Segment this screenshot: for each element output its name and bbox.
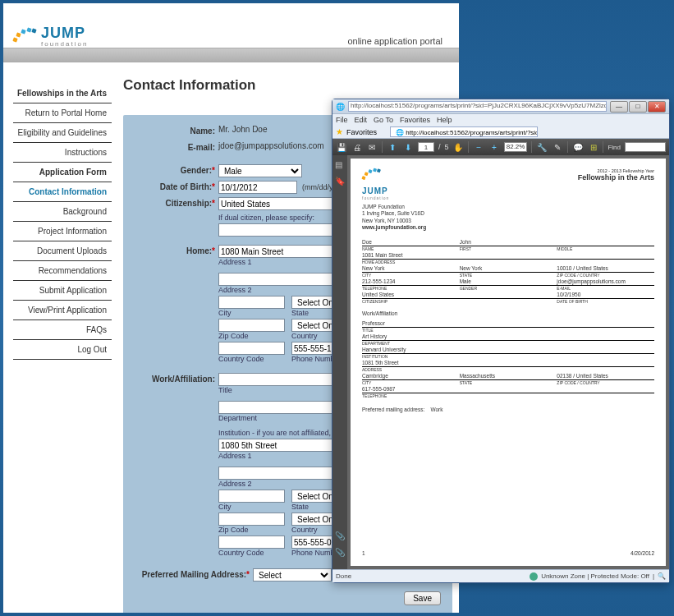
doc-pref-val: Work [430, 407, 442, 412]
status-done: Done [336, 572, 351, 580]
ie-statusbar: Done Unknown Zone | Protected Mode: Off … [332, 569, 669, 582]
hand-icon[interactable]: ✋ [452, 141, 464, 154]
close-button[interactable]: ✕ [648, 101, 666, 113]
ie-titlebar[interactable]: 🌐 http://localhost:51562/programs/arts/p… [332, 99, 669, 114]
pdf-sidebar: ▤ 🔖 📎 📎 [332, 155, 347, 569]
zoom-in-icon[interactable]: + [488, 141, 500, 154]
email-label: E-mail: [130, 141, 218, 152]
doc-page-no: 1 [362, 550, 365, 556]
menu-goto[interactable]: Go To [374, 116, 393, 124]
doc-pref-label: Preferred mailing address: [362, 407, 424, 412]
pdf-find-label: Find [608, 144, 621, 151]
zoom-out-icon[interactable]: − [473, 141, 484, 154]
favorites-star-icon[interactable]: ★ [336, 127, 343, 136]
doc-first: John [460, 239, 557, 245]
sidebar: Fellowships in the Arts Return to Portal… [3, 62, 112, 613]
sidebar-item-application-form[interactable]: Application Form [13, 163, 112, 182]
page-title: Contact Information [123, 77, 452, 94]
w-zip-sublabel: Zip Code [218, 526, 285, 534]
doc-org-web: www.jumpfoundation.org [362, 224, 654, 231]
logo-subtext: foundation [41, 40, 88, 48]
portal-tagline: online application portal [347, 36, 449, 48]
portal-header: JUMP foundation online application porta… [3, 3, 459, 48]
city-sublabel: City [218, 309, 285, 317]
doc-logo-icon [362, 168, 380, 183]
tools-icon[interactable]: 🔧 [536, 141, 548, 154]
attachments-icon[interactable]: 📎 [335, 548, 345, 558]
sidebar-item-faqs[interactable]: FAQs [13, 320, 112, 340]
page-up-icon[interactable]: ⬆ [387, 141, 398, 154]
status-zone: Unknown Zone | Protected Mode: Off [541, 572, 649, 580]
favorites-label[interactable]: Favorites [346, 128, 377, 136]
page-down-icon[interactable]: ⬇ [402, 141, 414, 154]
pdf-page-area[interactable]: JUMP foundation 2012 - 2013 Fellowship Y… [347, 155, 669, 569]
pdf-page: JUMP foundation 2012 - 2013 Fellowship Y… [351, 159, 666, 566]
pdf-find-input[interactable] [625, 142, 666, 152]
ie-menubar: File Edit Go To Favorites Help [332, 114, 669, 126]
work-cc-input[interactable] [218, 536, 285, 549]
sidebar-item-program[interactable]: Fellowships in the Arts [13, 84, 112, 103]
home-cc-input[interactable] [218, 342, 285, 355]
sidebar-item-logout[interactable]: Log Out [13, 340, 112, 360]
sidebar-item-background[interactable]: Background [13, 202, 112, 222]
pdf-page-input[interactable] [418, 142, 434, 152]
home-city-input[interactable] [218, 296, 285, 309]
mail-icon[interactable]: ✉ [367, 141, 378, 154]
status-sep: | [653, 572, 654, 580]
sidebar-item-uploads[interactable]: Document Uploads [13, 241, 112, 261]
bookmarks-icon[interactable]: 🔖 [335, 177, 345, 186]
w-city-sublabel: City [218, 503, 285, 511]
maximize-button[interactable]: □ [629, 101, 647, 113]
menu-favorites[interactable]: Favorites [400, 116, 430, 124]
tab-globe-icon: 🌐 [396, 129, 404, 136]
pref-mail-label: Preferred Mailing Address:* [130, 568, 253, 579]
citizenship-label: Citizenship:* [130, 197, 218, 208]
doc-program: Fellowship in the Arts [578, 173, 654, 182]
attach-file-icon[interactable]: 📎 [335, 531, 345, 541]
dob-label: Date of Birth:* [130, 181, 218, 191]
zone-icon [530, 572, 538, 581]
share-icon[interactable]: ⊞ [588, 141, 599, 154]
menu-edit[interactable]: Edit [355, 116, 368, 124]
gender-select[interactable]: Male [218, 164, 302, 177]
print-icon[interactable]: 🖨 [351, 141, 363, 154]
gender-label: Gender:* [130, 164, 218, 175]
sidebar-item-contact[interactable]: Contact Information [13, 182, 112, 202]
pdf-toolbar: 💾 🖨 ✉ ⬆ ⬇ / 5 ✋ − + 82.2% 🔧 ✎ 💬 ⊞ Find [332, 139, 669, 155]
w-cc-sublabel: Country Code [218, 549, 285, 557]
menu-file[interactable]: File [336, 116, 348, 124]
thumbnails-icon[interactable]: ▤ [335, 160, 345, 170]
doc-org-addr2: New York, NY 10003 [362, 218, 654, 224]
doc-logo-sub: foundation [362, 195, 389, 200]
sidebar-item-submit[interactable]: Submit Application [13, 281, 112, 301]
sidebar-item-eligibility[interactable]: Eligibility and Guidelines [13, 123, 112, 143]
sidebar-item-home[interactable]: Return to Portal Home [13, 103, 112, 123]
sidebar-item-print[interactable]: View/Print Application [13, 301, 112, 320]
doc-org-addr1: 1 Irving Place, Suite V16D [362, 210, 654, 217]
menu-help[interactable]: Help [437, 116, 452, 124]
minimize-button[interactable]: — [610, 101, 628, 113]
home-zip-input[interactable] [218, 319, 285, 332]
comment-icon[interactable]: 💬 [572, 141, 584, 154]
save-button[interactable]: Save [404, 591, 441, 605]
pref-mail-select[interactable]: Select [253, 568, 332, 582]
cc-sublabel: Country Code [218, 355, 285, 363]
browser-tab[interactable]: 🌐 http://localhost:51562/programs/arts/p… [390, 126, 538, 137]
logo-text: JUMP [41, 25, 88, 40]
header-divider [3, 48, 459, 62]
pdf-zoom-value[interactable]: 82.2% [504, 142, 528, 152]
work-city-input[interactable] [218, 490, 285, 503]
sidebar-item-project[interactable]: Project Information [13, 222, 112, 241]
ie-address-bar[interactable]: http://localhost:51562/programs/arts/pri… [348, 101, 607, 112]
sidebar-item-instructions[interactable]: Instructions [13, 143, 112, 163]
zoom-icon[interactable]: 🔍 [658, 572, 666, 580]
ie-favorites-bar: ★ Favorites 🌐 http://localhost:51562/pro… [332, 126, 669, 139]
sign-icon[interactable]: ✎ [552, 141, 563, 154]
dob-input[interactable] [218, 181, 297, 194]
save-icon[interactable]: 💾 [336, 141, 347, 154]
doc-last: Doe [362, 239, 460, 245]
doc-date: 4/20/2012 [630, 550, 654, 556]
doc-logo-text: JUMP [362, 186, 389, 195]
sidebar-item-recommendations[interactable]: Recommendations [13, 261, 112, 281]
work-zip-input[interactable] [218, 513, 285, 526]
